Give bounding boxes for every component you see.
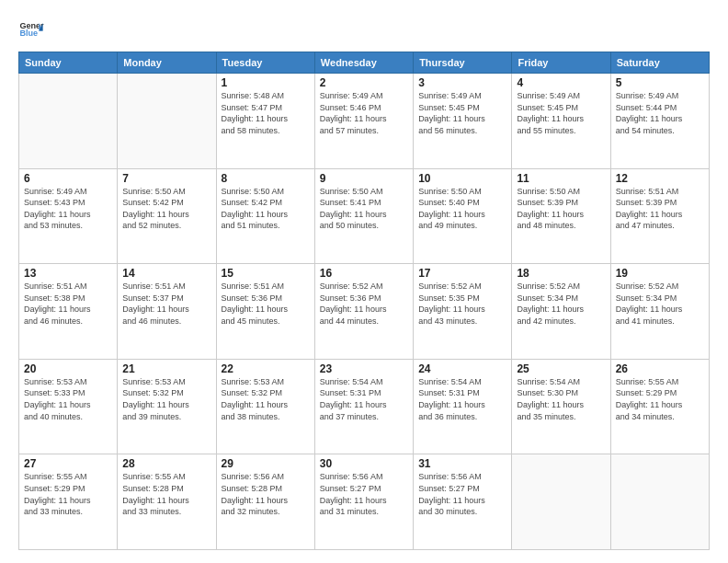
- day-number: 16: [320, 267, 408, 280]
- calendar-day-3: 3Sunrise: 5:49 AM Sunset: 5:45 PM Daylig…: [414, 74, 512, 169]
- day-info: Sunrise: 5:50 AM Sunset: 5:39 PM Dayligh…: [517, 186, 605, 232]
- calendar-day-13: 13Sunrise: 5:51 AM Sunset: 5:38 PM Dayli…: [19, 264, 118, 360]
- day-number: 15: [222, 267, 310, 280]
- calendar-day-12: 12Sunrise: 5:51 AM Sunset: 5:39 PM Dayli…: [610, 168, 709, 264]
- calendar-day-10: 10Sunrise: 5:50 AM Sunset: 5:40 PM Dayli…: [414, 168, 512, 264]
- day-number: 28: [122, 457, 210, 470]
- calendar-day-7: 7Sunrise: 5:50 AM Sunset: 5:42 PM Daylig…: [118, 168, 216, 264]
- calendar-empty-cell: [118, 74, 216, 169]
- calendar-day-31: 31Sunrise: 5:56 AM Sunset: 5:27 PM Dayli…: [414, 454, 512, 550]
- day-info: Sunrise: 5:49 AM Sunset: 5:45 PM Dayligh…: [418, 90, 506, 136]
- calendar-day-1: 1Sunrise: 5:48 AM Sunset: 5:47 PM Daylig…: [216, 74, 314, 169]
- day-info: Sunrise: 5:55 AM Sunset: 5:28 PM Dayligh…: [122, 471, 210, 517]
- weekday-header-sunday: Sunday: [19, 52, 118, 74]
- day-number: 2: [320, 76, 408, 89]
- calendar-day-15: 15Sunrise: 5:51 AM Sunset: 5:36 PM Dayli…: [216, 264, 314, 360]
- weekday-header-saturday: Saturday: [610, 52, 709, 74]
- day-info: Sunrise: 5:56 AM Sunset: 5:28 PM Dayligh…: [222, 471, 310, 517]
- logo-icon: General Blue: [18, 17, 44, 42]
- day-info: Sunrise: 5:52 AM Sunset: 5:35 PM Dayligh…: [418, 281, 506, 327]
- day-info: Sunrise: 5:54 AM Sunset: 5:31 PM Dayligh…: [320, 376, 408, 422]
- calendar-day-14: 14Sunrise: 5:51 AM Sunset: 5:37 PM Dayli…: [118, 264, 216, 360]
- calendar-day-16: 16Sunrise: 5:52 AM Sunset: 5:36 PM Dayli…: [314, 264, 413, 360]
- day-number: 14: [122, 267, 210, 280]
- day-number: 24: [418, 362, 506, 375]
- day-info: Sunrise: 5:50 AM Sunset: 5:40 PM Dayligh…: [418, 186, 506, 232]
- day-info: Sunrise: 5:54 AM Sunset: 5:30 PM Dayligh…: [517, 376, 605, 422]
- day-number: 29: [222, 457, 310, 470]
- day-info: Sunrise: 5:50 AM Sunset: 5:42 PM Dayligh…: [222, 186, 310, 232]
- calendar-day-6: 6Sunrise: 5:49 AM Sunset: 5:43 PM Daylig…: [19, 168, 118, 264]
- day-number: 10: [418, 172, 506, 185]
- day-number: 27: [24, 457, 112, 470]
- svg-text:Blue: Blue: [19, 29, 38, 38]
- calendar-day-29: 29Sunrise: 5:56 AM Sunset: 5:28 PM Dayli…: [216, 454, 314, 550]
- calendar-day-11: 11Sunrise: 5:50 AM Sunset: 5:39 PM Dayli…: [512, 168, 610, 264]
- calendar-day-4: 4Sunrise: 5:49 AM Sunset: 5:45 PM Daylig…: [512, 74, 610, 169]
- calendar-empty-cell: [610, 454, 709, 550]
- weekday-header-row: SundayMondayTuesdayWednesdayThursdayFrid…: [19, 52, 710, 74]
- calendar-day-21: 21Sunrise: 5:53 AM Sunset: 5:32 PM Dayli…: [118, 359, 216, 454]
- calendar-day-5: 5Sunrise: 5:49 AM Sunset: 5:44 PM Daylig…: [610, 74, 709, 169]
- day-info: Sunrise: 5:51 AM Sunset: 5:39 PM Dayligh…: [616, 186, 704, 232]
- calendar-day-24: 24Sunrise: 5:54 AM Sunset: 5:31 PM Dayli…: [414, 359, 512, 454]
- calendar-empty-cell: [19, 74, 118, 169]
- day-number: 3: [418, 76, 506, 89]
- calendar-week-row: 6Sunrise: 5:49 AM Sunset: 5:43 PM Daylig…: [19, 168, 710, 264]
- calendar-day-19: 19Sunrise: 5:52 AM Sunset: 5:34 PM Dayli…: [610, 264, 709, 360]
- day-info: Sunrise: 5:49 AM Sunset: 5:45 PM Dayligh…: [517, 90, 605, 136]
- day-info: Sunrise: 5:51 AM Sunset: 5:37 PM Dayligh…: [122, 281, 210, 327]
- logo: General Blue: [18, 17, 44, 42]
- day-info: Sunrise: 5:51 AM Sunset: 5:38 PM Dayligh…: [24, 281, 112, 327]
- day-number: 11: [517, 172, 605, 185]
- day-number: 19: [616, 267, 704, 280]
- calendar-day-22: 22Sunrise: 5:53 AM Sunset: 5:32 PM Dayli…: [216, 359, 314, 454]
- day-number: 20: [24, 362, 112, 375]
- weekday-header-wednesday: Wednesday: [314, 52, 413, 74]
- day-info: Sunrise: 5:51 AM Sunset: 5:36 PM Dayligh…: [222, 281, 310, 327]
- day-number: 6: [24, 172, 112, 185]
- calendar-week-row: 13Sunrise: 5:51 AM Sunset: 5:38 PM Dayli…: [19, 264, 710, 360]
- weekday-header-monday: Monday: [118, 52, 216, 74]
- day-number: 8: [222, 172, 310, 185]
- day-info: Sunrise: 5:56 AM Sunset: 5:27 PM Dayligh…: [320, 471, 408, 517]
- day-number: 31: [418, 457, 506, 470]
- day-number: 1: [222, 76, 310, 89]
- day-number: 26: [616, 362, 704, 375]
- weekday-header-thursday: Thursday: [414, 52, 512, 74]
- calendar-day-30: 30Sunrise: 5:56 AM Sunset: 5:27 PM Dayli…: [314, 454, 413, 550]
- day-info: Sunrise: 5:52 AM Sunset: 5:36 PM Dayligh…: [320, 281, 408, 327]
- calendar-day-26: 26Sunrise: 5:55 AM Sunset: 5:29 PM Dayli…: [610, 359, 709, 454]
- day-number: 13: [24, 267, 112, 280]
- calendar-day-9: 9Sunrise: 5:50 AM Sunset: 5:41 PM Daylig…: [314, 168, 413, 264]
- day-number: 21: [122, 362, 210, 375]
- weekday-header-tuesday: Tuesday: [216, 52, 314, 74]
- day-info: Sunrise: 5:49 AM Sunset: 5:43 PM Dayligh…: [24, 186, 112, 232]
- day-number: 12: [616, 172, 704, 185]
- day-info: Sunrise: 5:55 AM Sunset: 5:29 PM Dayligh…: [24, 471, 112, 517]
- day-info: Sunrise: 5:50 AM Sunset: 5:41 PM Dayligh…: [320, 186, 408, 232]
- header: General Blue: [18, 17, 710, 42]
- calendar-week-row: 1Sunrise: 5:48 AM Sunset: 5:47 PM Daylig…: [19, 74, 710, 169]
- day-number: 9: [320, 172, 408, 185]
- calendar-week-row: 20Sunrise: 5:53 AM Sunset: 5:33 PM Dayli…: [19, 359, 710, 454]
- page: General Blue SundayMondayTuesdayWednesda…: [0, 0, 728, 563]
- day-info: Sunrise: 5:49 AM Sunset: 5:44 PM Dayligh…: [616, 90, 704, 136]
- day-info: Sunrise: 5:48 AM Sunset: 5:47 PM Dayligh…: [222, 90, 310, 136]
- calendar-day-25: 25Sunrise: 5:54 AM Sunset: 5:30 PM Dayli…: [512, 359, 610, 454]
- day-info: Sunrise: 5:52 AM Sunset: 5:34 PM Dayligh…: [517, 281, 605, 327]
- calendar-day-27: 27Sunrise: 5:55 AM Sunset: 5:29 PM Dayli…: [19, 454, 118, 550]
- day-number: 18: [517, 267, 605, 280]
- day-number: 7: [122, 172, 210, 185]
- weekday-header-friday: Friday: [512, 52, 610, 74]
- day-number: 25: [517, 362, 605, 375]
- day-number: 17: [418, 267, 506, 280]
- calendar-day-17: 17Sunrise: 5:52 AM Sunset: 5:35 PM Dayli…: [414, 264, 512, 360]
- day-info: Sunrise: 5:53 AM Sunset: 5:32 PM Dayligh…: [122, 376, 210, 422]
- day-info: Sunrise: 5:50 AM Sunset: 5:42 PM Dayligh…: [122, 186, 210, 232]
- calendar-day-28: 28Sunrise: 5:55 AM Sunset: 5:28 PM Dayli…: [118, 454, 216, 550]
- calendar-table: SundayMondayTuesdayWednesdayThursdayFrid…: [18, 52, 710, 550]
- calendar-day-2: 2Sunrise: 5:49 AM Sunset: 5:46 PM Daylig…: [314, 74, 413, 169]
- calendar-day-20: 20Sunrise: 5:53 AM Sunset: 5:33 PM Dayli…: [19, 359, 118, 454]
- day-info: Sunrise: 5:52 AM Sunset: 5:34 PM Dayligh…: [616, 281, 704, 327]
